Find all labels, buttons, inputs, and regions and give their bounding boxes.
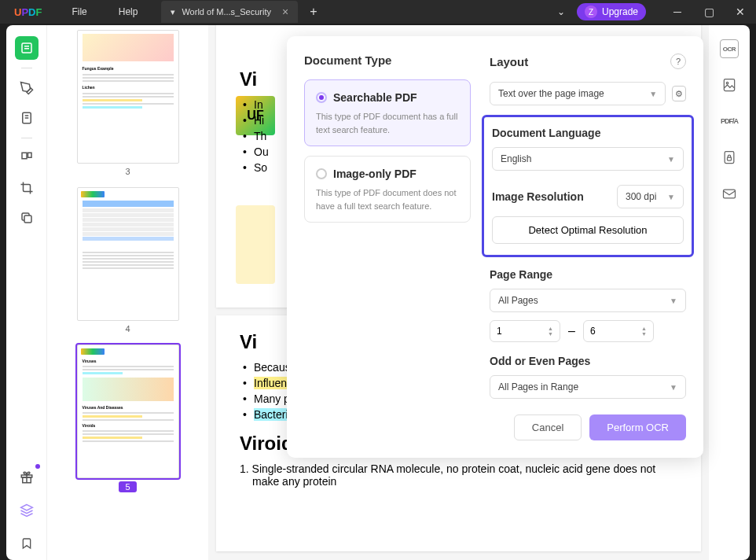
thumbnail-image-4[interactable] xyxy=(77,187,179,321)
radio-icon xyxy=(316,168,327,179)
tab-dropdown-icon[interactable]: ▾ xyxy=(171,7,175,17)
thumbnail: 4 xyxy=(77,187,179,340)
doc-text: Single-stranded circular RNA molecule, n… xyxy=(252,462,656,475)
chevron-down-icon: ▼ xyxy=(670,383,677,392)
reader-tool[interactable] xyxy=(15,36,39,60)
app-logo: UPDF xyxy=(0,6,56,18)
thumbnail: Viruses Viruses And Diseases Viroids 5 xyxy=(77,344,179,499)
svg-rect-13 xyxy=(724,79,734,91)
upgrade-label: Upgrade xyxy=(602,6,638,17)
thumbnail-image-3[interactable]: Fungus Example Lichen xyxy=(77,30,179,164)
tab-title: World of M...s_Security xyxy=(182,7,271,17)
odd-even-dropdown[interactable]: All Pages in Range▼ xyxy=(490,375,686,399)
stepper-down-icon[interactable]: ▼ xyxy=(641,331,647,337)
cancel-button[interactable]: Cancel xyxy=(514,414,582,440)
pdfa-icon[interactable]: PDF/A xyxy=(720,112,739,131)
menu-help[interactable]: Help xyxy=(103,6,154,17)
perform-ocr-button[interactable]: Perform OCR xyxy=(589,414,686,440)
range-from-input[interactable]: 1▲▼ xyxy=(490,320,560,342)
title-bar: UPDF File Help ▾ World of M...s_Security… xyxy=(0,0,756,24)
page-range-dropdown[interactable]: All Pages▼ xyxy=(490,289,686,312)
mail-icon[interactable] xyxy=(720,184,739,203)
lock-file-icon[interactable] xyxy=(720,148,739,167)
left-toolbar xyxy=(6,25,47,560)
chevron-down-icon: ▼ xyxy=(667,155,675,164)
maximize-button[interactable]: ▢ xyxy=(693,0,725,24)
bookmark-icon[interactable] xyxy=(15,532,39,555)
thumbnail-image-5[interactable]: Viruses Viruses And Diseases Viroids xyxy=(77,344,179,478)
layers-icon[interactable] xyxy=(15,499,39,522)
list-number: 1. xyxy=(240,462,249,475)
document-tab[interactable]: ▾ World of M...s_Security × xyxy=(161,1,298,23)
svg-marker-12 xyxy=(20,505,32,511)
searchable-pdf-option[interactable]: Searchable PDF This type of PDF document… xyxy=(304,79,471,146)
new-tab-button[interactable]: + xyxy=(310,5,317,19)
page-range-label: Page Range xyxy=(490,268,686,281)
ocr-settings-panel: Document Type Searchable PDF This type o… xyxy=(287,36,703,458)
stepper-up-icon[interactable]: ▲ xyxy=(548,326,553,331)
document-language-label: Document Language xyxy=(492,127,684,139)
thumbnail: Fungus Example Lichen 3 xyxy=(77,30,179,182)
option-description: This type of PDF document does not have … xyxy=(316,186,459,212)
help-icon[interactable]: ? xyxy=(670,53,686,69)
right-toolbar: OCR PDF/A xyxy=(709,25,750,560)
chevron-down-icon: ▼ xyxy=(649,90,657,98)
edit-tool[interactable] xyxy=(15,106,39,130)
menu-file[interactable]: File xyxy=(56,6,102,17)
range-to-input[interactable]: 6▲▼ xyxy=(583,320,654,342)
resolution-dropdown[interactable]: 300 dpi▼ xyxy=(617,185,684,208)
thumbnail-number: 5 xyxy=(119,481,136,492)
document-type-label: Document Type xyxy=(304,53,471,67)
odd-even-label: Odd or Even Pages xyxy=(490,355,686,367)
svg-rect-7 xyxy=(28,153,31,157)
user-badge: Z xyxy=(585,6,597,18)
chevron-down-icon[interactable]: ⌄ xyxy=(557,6,565,17)
option-description: This type of PDF document has a full tex… xyxy=(316,110,459,136)
layout-label: Layout xyxy=(490,55,528,68)
chevron-down-icon: ▼ xyxy=(670,297,677,305)
option-title: Image-only PDF xyxy=(333,168,417,180)
image-resolution-label: Image Resolution xyxy=(492,190,584,203)
organize-tool[interactable] xyxy=(15,146,39,170)
chevron-down-icon: ▼ xyxy=(667,193,675,201)
language-dropdown[interactable]: English▼ xyxy=(492,147,684,171)
close-button[interactable]: ✕ xyxy=(725,0,756,24)
svg-rect-6 xyxy=(22,153,27,159)
gear-icon[interactable]: ⚙ xyxy=(672,86,686,101)
export-image-icon[interactable] xyxy=(720,76,739,94)
copy-tool[interactable] xyxy=(15,206,39,230)
gift-icon[interactable] xyxy=(15,466,39,489)
range-dash: – xyxy=(568,324,575,338)
svg-rect-16 xyxy=(728,157,732,160)
option-title: Searchable PDF xyxy=(333,91,417,104)
stepper-down-icon[interactable]: ▼ xyxy=(548,331,553,337)
stepper-up-icon[interactable]: ▲ xyxy=(641,326,647,331)
radio-icon xyxy=(316,92,327,103)
annotate-tool[interactable] xyxy=(15,76,39,100)
upgrade-button[interactable]: Z Upgrade xyxy=(577,3,646,20)
close-tab-icon[interactable]: × xyxy=(282,6,288,18)
svg-rect-17 xyxy=(724,190,736,198)
crop-tool[interactable] xyxy=(15,176,39,200)
ocr-tool-icon[interactable]: OCR xyxy=(720,39,739,58)
thumbnail-number: 4 xyxy=(77,321,179,340)
thumbnail-number: 3 xyxy=(77,164,179,182)
detect-resolution-button[interactable]: Detect Optimal Resolution xyxy=(492,216,684,244)
layout-dropdown[interactable]: Text over the page image▼ xyxy=(490,82,666,105)
doc-text: make any protein xyxy=(252,475,677,488)
minimize-button[interactable]: ─ xyxy=(662,0,693,24)
image-only-pdf-option[interactable]: Image-only PDF This type of PDF document… xyxy=(304,156,471,223)
svg-rect-8 xyxy=(24,216,31,223)
thumbnails-panel: Fungus Example Lichen 3 4 Viruses xyxy=(47,25,208,560)
svg-point-14 xyxy=(726,82,728,84)
